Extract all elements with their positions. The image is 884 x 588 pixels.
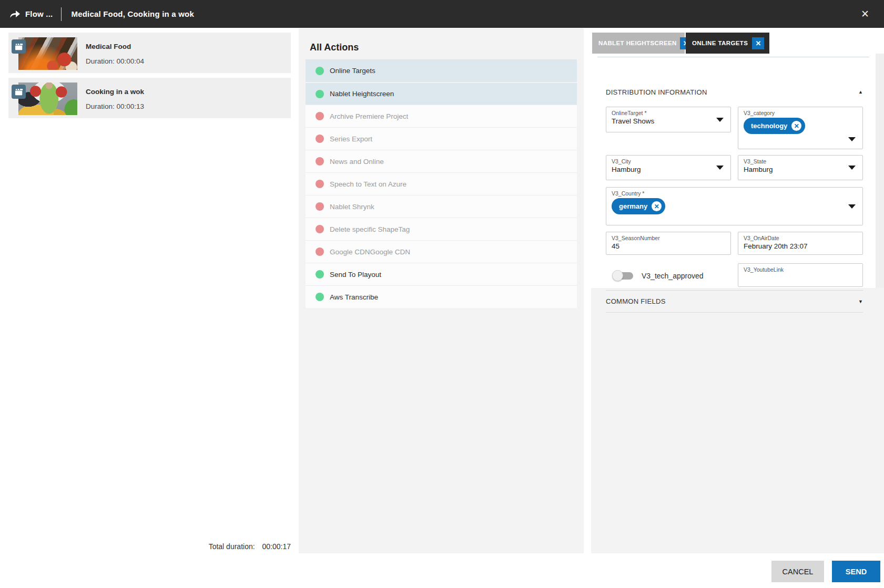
clip-title: Cooking in a wok [86,88,144,96]
actions-heading: All Actions [310,42,359,53]
chevron-down-icon[interactable] [848,137,856,141]
total-duration: Total duration: 00:00:17 [8,542,291,551]
chevron-down-icon[interactable] [848,204,856,209]
action-label: Series Export [330,135,372,143]
field-label: V3_OnAirDate [744,235,857,241]
action-item-aws-transcribe[interactable]: Aws Transcribe [306,285,577,308]
status-dot-icon [316,270,324,278]
chevron-down-icon[interactable] [716,118,724,122]
clip-card[interactable]: Medical Food Duration: 00:00:04 [8,33,291,73]
action-label: Speech to Text on Azure [330,180,407,188]
video-clip-icon [12,39,26,54]
action-item-send-to-playout[interactable]: Send To Playout [306,263,577,285]
field-value: Hamburg [612,166,725,173]
status-dot-icon [316,112,324,120]
video-clip-icon [12,85,26,99]
clip-thumbnail [18,82,77,115]
actions-panel: All Actions Online Targets Nablet Height… [299,28,584,553]
action-item-archive-premiere-project[interactable]: Archive Premiere Project [306,105,577,127]
action-item-speech-to-text[interactable]: Speech to Text on Azure [306,172,577,195]
cancel-button[interactable]: CANCEL [771,561,824,582]
clip-thumbnail [18,37,77,70]
status-dot-icon [316,67,324,75]
action-item-online-targets[interactable]: Online Targets [306,59,577,82]
action-item-news-and-online[interactable]: News and Online [306,150,577,172]
action-item-nablet-heightscreen[interactable]: Nablet Heightscreen [306,82,577,105]
chip-remove-icon[interactable]: ✕ [791,121,801,131]
section-label: COMMON FIELDS [606,297,666,305]
clip-title: Medical Food [86,43,131,50]
toggle-knob [612,270,623,281]
country-chip[interactable]: germany ✕ [612,198,665,214]
field-value: Travel Shows [612,117,725,125]
field-label: V3_SeasonNumber [612,235,725,241]
dialog-titlebar: Flow ... Medical Food, Cooking in a wok … [0,0,884,28]
category-chip-select[interactable]: V3_category technology ✕ [738,107,863,149]
tab-label: ONLINE TARGETS [692,40,748,46]
action-item-nablet-shrynk[interactable]: Nablet Shrynk [306,195,577,218]
status-dot-icon [316,157,324,166]
season-number-field[interactable]: V3_SeasonNumber 45 [606,232,731,255]
close-icon[interactable]: ✕ [858,6,872,21]
toggle-label: V3_tech_approved [642,272,704,280]
on-air-date-field[interactable]: V3_OnAirDate February 20th 23:07 [738,232,863,255]
youtube-link-field[interactable]: V3_YoutubeLink [738,263,863,287]
online-target-select[interactable]: OnlineTarget * Travel Shows [606,107,731,132]
action-label: Online Targets [330,67,375,75]
section-common-fields[interactable]: COMMON FIELDS ▼ [606,290,863,313]
tech-approved-toggle-row: V3_tech_approved [606,264,731,287]
status-dot-icon [316,202,324,211]
tab-nablet-heightscreen[interactable]: NABLET HEIGHTSCREEN ✕ [592,33,685,54]
scrollbar-track[interactable] [876,54,884,288]
city-select[interactable]: V3_City Hamburg [606,155,731,180]
action-label: Aws Transcribe [330,293,378,301]
field-value: Hamburg [744,166,857,173]
action-item-delete-shapetag[interactable]: Delete specific ShapeTag [306,218,577,240]
collapse-down-icon[interactable]: ▼ [858,299,863,304]
category-chip[interactable]: technology ✕ [744,118,805,134]
section-label: DISTRIBUTION INFORMATION [606,88,707,96]
send-button[interactable]: SEND [832,561,880,582]
action-item-google-cdn[interactable]: Google CDNGoogle CDN [306,240,577,263]
total-duration-value: 00:00:17 [262,542,291,551]
dialog-title: Medical Food, Cooking in a wok [71,9,194,18]
chip-remove-icon[interactable]: ✕ [652,201,662,211]
state-select[interactable]: V3_State Hamburg [738,155,863,180]
collapse-up-icon[interactable]: ▲ [858,89,863,95]
field-label: V3_State [744,158,857,164]
action-label: Nablet Shrynk [330,203,374,211]
chevron-down-icon[interactable] [848,166,856,170]
form-area: DISTRIBUTION INFORMATION ▲ OnlineTarget … [591,54,876,288]
total-duration-label: Total duration: [209,542,255,551]
action-label: Delete specific ShapeTag [330,225,410,233]
action-label: Archive Premiere Project [330,112,408,120]
action-label: Send To Playout [330,271,381,278]
clip-duration: Duration: 00:00:13 [86,102,144,110]
clip-duration: Duration: 00:00:04 [86,57,144,65]
status-dot-icon [316,293,324,301]
action-item-series-export[interactable]: Series Export [306,127,577,150]
titlebar-divider [61,7,62,21]
status-dot-icon [316,225,324,233]
status-dot-icon [316,135,324,143]
field-label: V3_Country * [612,190,857,197]
country-chip-select[interactable]: V3_Country * germany ✕ [606,187,863,225]
status-dot-icon [316,90,324,98]
tabs-underline [597,57,869,57]
tabstrip: NABLET HEIGHTSCREEN ✕ ONLINE TARGETS ✕ [591,28,884,54]
tab-online-targets[interactable]: ONLINE TARGETS ✕ [686,33,769,54]
clip-card[interactable]: Cooking in a wok Duration: 00:00:13 [8,78,291,118]
section-distribution-information[interactable]: DISTRIBUTION INFORMATION ▲ [606,85,863,99]
flow-app-label: Flow ... [25,9,53,18]
chevron-down-icon[interactable] [716,166,724,170]
field-value: 45 [612,242,725,250]
action-label: News and Online [330,158,384,166]
chip-label: germany [619,202,647,210]
config-panel: NABLET HEIGHTSCREEN ✕ ONLINE TARGETS ✕ D… [591,28,884,553]
field-value: February 20th 23:07 [744,242,857,250]
close-icon[interactable]: ✕ [752,37,764,49]
field-label: V3_City [612,158,725,164]
status-dot-icon [316,247,324,256]
field-label: OnlineTarget * [612,110,725,116]
tech-approved-toggle[interactable] [613,272,633,280]
